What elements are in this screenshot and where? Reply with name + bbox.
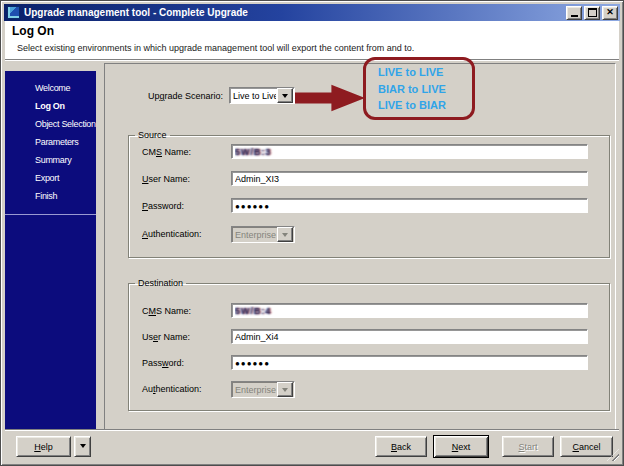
close-icon: ✕	[606, 8, 614, 17]
sidebar-item-summary[interactable]: Summary	[5, 151, 96, 169]
page-title: Log On	[12, 24, 54, 38]
source-authentication-select: Enterprise	[231, 226, 295, 243]
footer-separator	[5, 429, 619, 431]
source-authentication-label: Authentication:	[142, 229, 202, 239]
title-bar[interactable]: Upgrade management tool - Complete Upgra…	[4, 4, 620, 21]
destination-group-legend: Destination	[135, 278, 186, 288]
source-cms-name-label: CMS Name:	[142, 147, 191, 157]
destination-cms-name-input[interactable]	[231, 303, 588, 318]
page-header: Log On Select existing environments in w…	[5, 21, 619, 59]
destination-authentication-dropdown-button	[277, 382, 293, 397]
help-menu-button[interactable]	[74, 436, 91, 457]
dialog-window: Upgrade management tool - Complete Upgra…	[0, 0, 624, 466]
source-cms-name-input[interactable]	[231, 144, 588, 159]
destination-password-label: Password:	[142, 358, 184, 368]
start-button: Start	[502, 436, 554, 457]
chevron-down-icon	[282, 94, 288, 101]
sidebar-divider	[5, 214, 96, 215]
source-authentication-value: Enterprise	[232, 230, 276, 240]
sidebar-item-export[interactable]: Export	[5, 169, 96, 187]
app-icon	[7, 6, 20, 19]
annotation-line: LIVE to LIVE	[378, 64, 472, 81]
source-user-name-label: User Name:	[142, 174, 190, 184]
maximize-button[interactable]	[584, 6, 600, 20]
sidebar-item-parameters[interactable]: Parameters	[5, 133, 96, 151]
annotation-callout: LIVE to LIVE BIAR to LIVE LIVE to BIAR	[363, 57, 475, 120]
sidebar-item-object-selection[interactable]: Object Selection	[5, 115, 96, 133]
destination-authentication-select: Enterprise	[231, 381, 295, 398]
destination-user-name-label: User Name:	[142, 332, 190, 342]
minimize-icon	[571, 15, 578, 17]
maximize-icon	[588, 8, 597, 17]
chevron-down-icon	[282, 388, 288, 395]
page-description: Select existing environments in which up…	[17, 43, 414, 53]
cancel-button[interactable]: Cancel	[560, 436, 613, 457]
annotation-line: BIAR to LIVE	[378, 81, 472, 98]
destination-authentication-value: Enterprise	[232, 385, 276, 395]
source-password-label: Password:	[142, 201, 184, 211]
source-group-legend: Source	[135, 130, 170, 140]
annotation-line: LIVE to BIAR	[378, 97, 472, 114]
sidebar-item-log-on[interactable]: Log On	[5, 97, 96, 115]
destination-authentication-label: Authentication:	[142, 384, 202, 394]
chevron-down-icon	[282, 233, 288, 240]
upgrade-scenario-value: Live to Live	[230, 91, 276, 101]
source-password-input[interactable]	[231, 198, 588, 213]
sidebar-item-welcome[interactable]: Welcome	[5, 79, 96, 97]
next-button[interactable]: Next	[433, 435, 489, 458]
minimize-button[interactable]	[566, 6, 582, 20]
wizard-sidebar: Welcome Log On Object Selection Paramete…	[5, 71, 96, 431]
close-button[interactable]: ✕	[602, 6, 618, 20]
help-button[interactable]: Help	[16, 436, 71, 457]
upgrade-scenario-dropdown-button[interactable]	[277, 88, 293, 103]
destination-cms-name-label: CMS Name:	[142, 306, 191, 316]
window-title: Upgrade management tool - Complete Upgra…	[24, 7, 566, 18]
destination-user-name-input[interactable]	[231, 329, 588, 344]
header-separator	[5, 59, 619, 61]
sidebar-item-finish[interactable]: Finish	[5, 187, 96, 205]
source-user-name-input[interactable]	[231, 171, 588, 186]
back-button[interactable]: Back	[375, 436, 427, 457]
destination-password-input[interactable]	[231, 355, 588, 370]
upgrade-scenario-select[interactable]: Live to Live	[229, 87, 295, 104]
source-authentication-dropdown-button	[277, 227, 293, 242]
upgrade-scenario-label: Upgrade Scenario:	[131, 91, 223, 101]
help-menu-arrow-icon	[80, 444, 86, 451]
